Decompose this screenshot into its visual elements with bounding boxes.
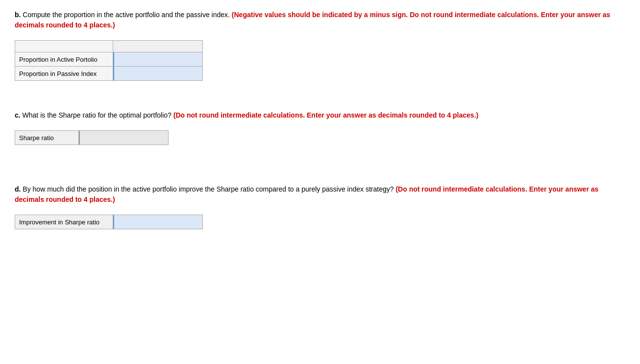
proportion-passive-label: Proportion in Passive Index	[15, 67, 113, 81]
question-c-text-bold: (Do not round intermediate calculations.…	[173, 111, 478, 119]
question-d-text: d. By how much did the position in the a…	[15, 184, 625, 205]
proportion-header-label	[15, 41, 113, 52]
question-b: b. Compute the proportion in the active …	[15, 10, 625, 81]
proportion-passive-input-cell	[113, 67, 203, 81]
question-c-text-normal: What is the Sharpe ratio for the optimal…	[23, 111, 173, 119]
improvement-input[interactable]	[113, 215, 202, 229]
proportion-table: Proportion in Active Portolio Proportion…	[15, 40, 203, 81]
proportion-active-input-cell	[113, 52, 203, 67]
proportion-active-label: Proportion in Active Portolio	[15, 52, 113, 67]
sharpe-row: Sharpe ratio	[15, 131, 169, 145]
question-c: c. What is the Sharpe ratio for the opti…	[15, 110, 625, 145]
improvement-label: Improvement in Sharpe ratio	[15, 215, 113, 229]
improvement-table: Improvement in Sharpe ratio	[15, 215, 203, 229]
improvement-input-cell	[113, 215, 203, 229]
sharpe-input[interactable]	[79, 131, 168, 145]
question-b-label: b.	[15, 11, 21, 19]
sharpe-table: Sharpe ratio	[15, 130, 169, 145]
question-c-text: c. What is the Sharpe ratio for the opti…	[15, 110, 625, 121]
proportion-header-value	[113, 41, 203, 52]
question-b-text: b. Compute the proportion in the active …	[15, 10, 625, 30]
proportion-row-passive: Proportion in Passive Index	[15, 67, 203, 81]
question-c-label: c.	[15, 111, 21, 119]
sharpe-input-cell	[79, 131, 169, 145]
question-d-text-normal: By how much did the position in the acti…	[23, 185, 395, 193]
sharpe-label: Sharpe ratio	[15, 131, 79, 145]
proportion-active-input[interactable]	[113, 52, 202, 66]
question-b-text-normal: Compute the proportion in the active por…	[23, 11, 231, 19]
question-d: d. By how much did the position in the a…	[15, 184, 625, 229]
improvement-row: Improvement in Sharpe ratio	[15, 215, 203, 229]
proportion-table-header	[15, 41, 203, 52]
proportion-row-active: Proportion in Active Portolio	[15, 52, 203, 67]
proportion-passive-input[interactable]	[113, 67, 202, 80]
question-d-label: d.	[15, 185, 21, 193]
